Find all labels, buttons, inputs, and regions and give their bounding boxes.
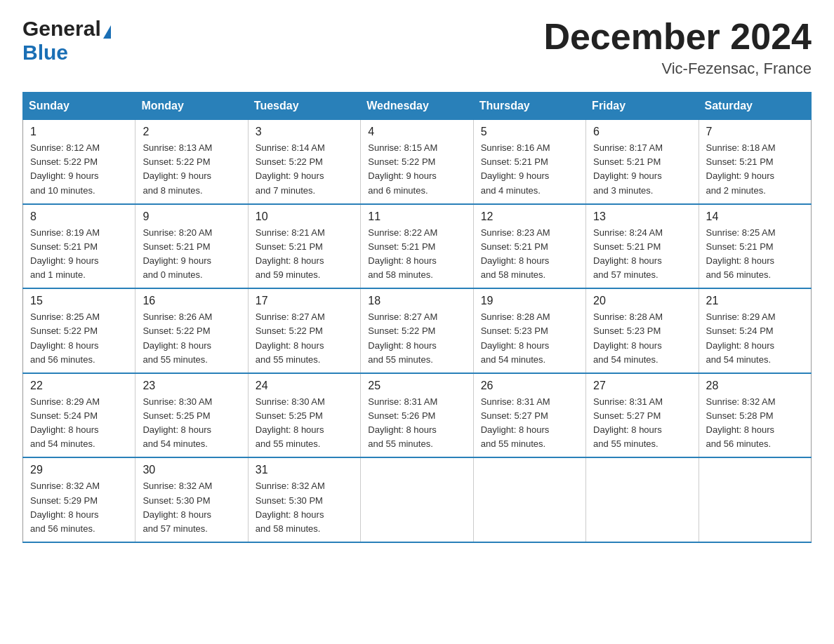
daylight-text: Daylight: 8 hours (30, 340, 99, 351)
sunset-text: Sunset: 5:29 PM (30, 495, 98, 506)
calendar-cell: 23 Sunrise: 8:30 AM Sunset: 5:25 PM Dayl… (135, 373, 248, 458)
day-number: 14 (706, 210, 804, 223)
day-info: Sunrise: 8:24 AM Sunset: 5:21 PM Dayligh… (593, 226, 691, 283)
calendar-cell: 28 Sunrise: 8:32 AM Sunset: 5:28 PM Dayl… (699, 373, 811, 458)
calendar-cell: 31 Sunrise: 8:32 AM Sunset: 5:30 PM Dayl… (248, 457, 360, 542)
daylight-text2: and 6 minutes. (368, 185, 428, 196)
calendar-table: Sunday Monday Tuesday Wednesday Thursday… (22, 92, 812, 543)
page-header: General Blue December 2024 Vic-Fezensac,… (22, 17, 812, 78)
day-number: 3 (256, 126, 353, 138)
header-sunday: Sunday (23, 93, 135, 120)
sunset-text: Sunset: 5:25 PM (256, 410, 323, 421)
sunrise-text: Sunrise: 8:24 AM (593, 227, 663, 238)
daylight-text2: and 4 minutes. (481, 185, 541, 196)
day-number: 10 (256, 210, 353, 223)
sunrise-text: Sunrise: 8:26 AM (143, 311, 212, 322)
daylight-text2: and 58 minutes. (256, 523, 321, 534)
sunrise-text: Sunrise: 8:23 AM (481, 227, 550, 238)
header-friday: Friday (586, 93, 699, 120)
calendar-cell: 6 Sunrise: 8:17 AM Sunset: 5:21 PM Dayli… (586, 120, 699, 204)
sunrise-text: Sunrise: 8:13 AM (143, 142, 212, 153)
day-info: Sunrise: 8:32 AM Sunset: 5:30 PM Dayligh… (143, 479, 240, 536)
sunrise-text: Sunrise: 8:21 AM (256, 227, 325, 238)
daylight-text: Daylight: 8 hours (368, 255, 437, 266)
daylight-text: Daylight: 8 hours (481, 424, 550, 435)
month-title: December 2024 (543, 17, 812, 57)
sunset-text: Sunset: 5:23 PM (481, 326, 548, 336)
sunrise-text: Sunrise: 8:32 AM (143, 481, 212, 491)
sunset-text: Sunset: 5:21 PM (368, 241, 435, 252)
daylight-text: Daylight: 8 hours (256, 255, 324, 266)
day-info: Sunrise: 8:21 AM Sunset: 5:21 PM Dayligh… (256, 226, 353, 283)
calendar-cell: 21 Sunrise: 8:29 AM Sunset: 5:24 PM Dayl… (699, 288, 811, 373)
sunrise-text: Sunrise: 8:31 AM (481, 396, 550, 407)
logo-line-1: General (22, 17, 111, 41)
daylight-text2: and 56 minutes. (30, 523, 95, 534)
calendar-cell: 17 Sunrise: 8:27 AM Sunset: 5:22 PM Dayl… (248, 288, 360, 373)
day-number: 11 (368, 210, 465, 223)
calendar-cell (586, 457, 699, 542)
calendar-cell: 9 Sunrise: 8:20 AM Sunset: 5:21 PM Dayli… (135, 204, 248, 289)
header-saturday: Saturday (699, 93, 811, 120)
daylight-text: Daylight: 8 hours (706, 424, 775, 435)
sunset-text: Sunset: 5:30 PM (256, 495, 323, 506)
calendar-cell: 4 Sunrise: 8:15 AM Sunset: 5:22 PM Dayli… (361, 120, 473, 204)
day-number: 24 (256, 380, 353, 392)
calendar-cell (473, 457, 585, 542)
day-info: Sunrise: 8:27 AM Sunset: 5:22 PM Dayligh… (256, 310, 353, 367)
sunrise-text: Sunrise: 8:32 AM (30, 481, 100, 491)
daylight-text2: and 56 minutes. (706, 269, 772, 280)
day-info: Sunrise: 8:29 AM Sunset: 5:24 PM Dayligh… (30, 395, 128, 452)
daylight-text: Daylight: 9 hours (30, 255, 99, 266)
daylight-text2: and 58 minutes. (368, 269, 433, 280)
calendar-cell: 22 Sunrise: 8:29 AM Sunset: 5:24 PM Dayl… (23, 373, 135, 458)
daylight-text2: and 55 minutes. (256, 354, 321, 365)
calendar-cell: 30 Sunrise: 8:32 AM Sunset: 5:30 PM Dayl… (135, 457, 248, 542)
calendar-week-row: 1 Sunrise: 8:12 AM Sunset: 5:22 PM Dayli… (23, 120, 812, 204)
day-info: Sunrise: 8:14 AM Sunset: 5:22 PM Dayligh… (256, 141, 353, 198)
daylight-text: Daylight: 8 hours (481, 340, 550, 351)
sunrise-text: Sunrise: 8:20 AM (143, 227, 212, 238)
day-info: Sunrise: 8:32 AM Sunset: 5:30 PM Dayligh… (256, 479, 353, 536)
daylight-text2: and 3 minutes. (593, 185, 653, 196)
daylight-text: Daylight: 8 hours (143, 509, 211, 520)
calendar-cell: 29 Sunrise: 8:32 AM Sunset: 5:29 PM Dayl… (23, 457, 135, 542)
day-info: Sunrise: 8:25 AM Sunset: 5:21 PM Dayligh… (706, 226, 804, 283)
day-info: Sunrise: 8:26 AM Sunset: 5:22 PM Dayligh… (143, 310, 240, 367)
sunrise-text: Sunrise: 8:12 AM (30, 142, 100, 153)
calendar-cell: 16 Sunrise: 8:26 AM Sunset: 5:22 PM Dayl… (135, 288, 248, 373)
day-info: Sunrise: 8:20 AM Sunset: 5:21 PM Dayligh… (143, 226, 240, 283)
sunrise-text: Sunrise: 8:15 AM (368, 142, 437, 153)
sunrise-text: Sunrise: 8:31 AM (593, 396, 663, 407)
logo: General Blue (22, 17, 111, 65)
daylight-text: Daylight: 8 hours (256, 424, 324, 435)
header-tuesday: Tuesday (248, 93, 360, 120)
calendar-cell: 1 Sunrise: 8:12 AM Sunset: 5:22 PM Dayli… (23, 120, 135, 204)
logo-line-2: Blue (22, 41, 68, 65)
day-number: 15 (30, 295, 128, 307)
daylight-text2: and 8 minutes. (143, 185, 202, 196)
day-number: 7 (706, 126, 804, 138)
daylight-text2: and 56 minutes. (706, 438, 772, 449)
day-number: 30 (143, 464, 240, 476)
day-number: 6 (593, 126, 691, 138)
daylight-text2: and 54 minutes. (706, 354, 772, 365)
daylight-text2: and 55 minutes. (368, 354, 433, 365)
day-info: Sunrise: 8:28 AM Sunset: 5:23 PM Dayligh… (481, 310, 578, 367)
day-number: 26 (481, 380, 578, 392)
daylight-text: Daylight: 9 hours (30, 170, 99, 181)
day-number: 16 (143, 295, 240, 307)
sunset-text: Sunset: 5:21 PM (30, 241, 98, 252)
calendar-cell: 18 Sunrise: 8:27 AM Sunset: 5:22 PM Dayl… (361, 288, 473, 373)
calendar-cell: 2 Sunrise: 8:13 AM Sunset: 5:22 PM Dayli… (135, 120, 248, 204)
daylight-text: Daylight: 8 hours (593, 424, 662, 435)
daylight-text: Daylight: 9 hours (143, 255, 211, 266)
day-info: Sunrise: 8:18 AM Sunset: 5:21 PM Dayligh… (706, 141, 804, 198)
daylight-text: Daylight: 8 hours (143, 340, 211, 351)
sunrise-text: Sunrise: 8:14 AM (256, 142, 325, 153)
day-number: 28 (706, 380, 804, 392)
day-number: 22 (30, 380, 128, 392)
calendar-cell: 27 Sunrise: 8:31 AM Sunset: 5:27 PM Dayl… (586, 373, 699, 458)
daylight-text: Daylight: 9 hours (706, 170, 775, 181)
sunrise-text: Sunrise: 8:32 AM (256, 481, 325, 491)
